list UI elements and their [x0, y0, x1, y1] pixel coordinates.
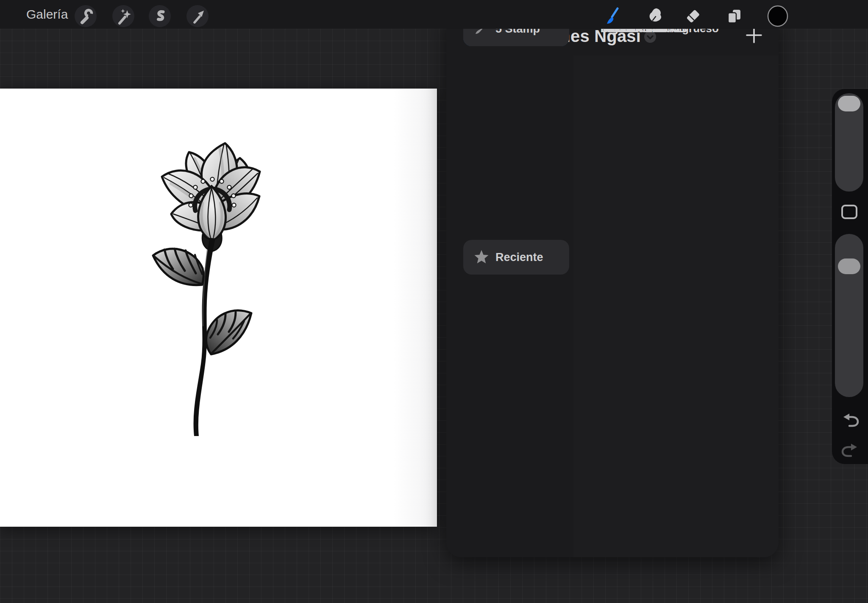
brush-list-background: [573, 56, 779, 557]
adjustments-wand-button[interactable]: [112, 5, 134, 27]
actions-wrench-button[interactable]: [75, 5, 97, 27]
smudge-tool-button[interactable]: [643, 5, 665, 27]
gallery-button[interactable]: Galería: [26, 0, 68, 29]
layers-icon: [723, 5, 745, 27]
transform-icon: [186, 5, 209, 27]
modify-button[interactable]: [841, 205, 857, 219]
brush-stroke-preview: [601, 38, 752, 60]
color-picker-button[interactable]: [767, 5, 789, 27]
color-swatch: [767, 5, 789, 27]
brush-tool-button[interactable]: [602, 5, 624, 27]
sidebar-controls: [832, 89, 868, 464]
wrench-icon: [75, 5, 97, 27]
paint-brush-icon: [602, 5, 624, 27]
top-toolbar: Galería: [0, 0, 868, 29]
flower-artwork: [0, 89, 437, 527]
star-icon: [473, 249, 490, 265]
magic-wand-icon: [112, 5, 134, 27]
smudge-icon: [643, 5, 665, 27]
redo-button[interactable]: [841, 442, 860, 459]
opacity-thumb[interactable]: [838, 258, 860, 274]
opacity-slider[interactable]: [835, 234, 863, 397]
brush-size-slider[interactable]: [835, 93, 863, 192]
set-label: Reciente: [495, 240, 543, 275]
brush-set-recent[interactable]: Reciente: [463, 240, 569, 275]
transform-button[interactable]: [186, 5, 209, 27]
drawing-canvas[interactable]: [0, 89, 437, 527]
undo-button[interactable]: [841, 412, 860, 429]
layers-button[interactable]: [723, 5, 745, 27]
selection-button[interactable]: [149, 5, 171, 27]
brush-library-panel: Floral Brushes Ngasi Reciente 20 line 15…: [446, 11, 779, 557]
eraser-tool-button[interactable]: [682, 5, 704, 27]
eraser-icon: [682, 5, 704, 27]
brush-size-thumb[interactable]: [838, 96, 860, 111]
adjustments-icon: [149, 5, 171, 27]
